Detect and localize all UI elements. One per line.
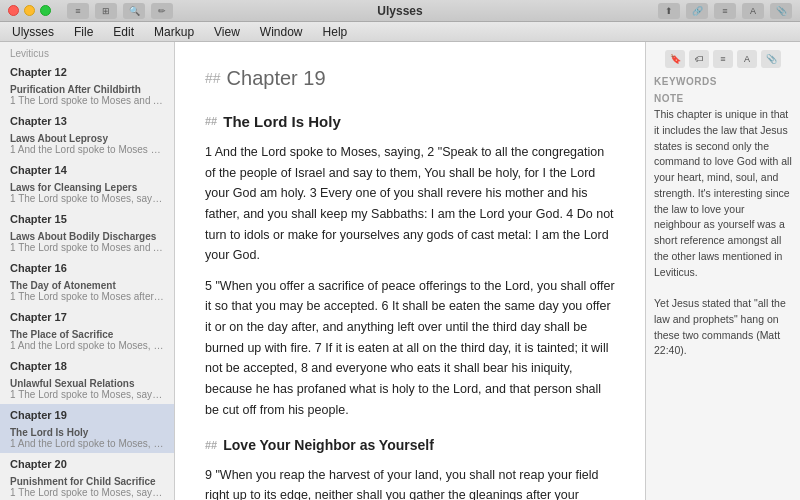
sidebar-subtitle: Laws About Leprosy [10,133,164,144]
note-text[interactable]: This chapter is unique in that it includ… [654,107,792,359]
close-button[interactable] [8,5,19,16]
search-icon[interactable]: 🔍 [123,3,145,19]
maximize-button[interactable] [40,5,51,16]
right-panel-toolbar: 🔖 🏷 ≡ A 📎 [654,50,792,68]
app-body: Leviticus Chapter 12 Purification After … [0,42,800,500]
sidebar-subtitle: Laws for Cleansing Lepers [10,182,164,193]
font-size-icon[interactable]: A [742,3,764,19]
section-heading-1: ## The Lord Is Holy [205,110,615,134]
sidebar-subtitle: The Lord Is Holy [10,427,164,438]
menu-help[interactable]: Help [319,25,352,39]
sidebar-item-place[interactable]: The Place of Sacrifice 1 And the Lord sp… [0,324,174,355]
sidebar-item-holy[interactable]: The Lord Is Holy 1 And the Lord spoke to… [0,422,174,453]
sidebar-excerpt: 1 And the Lord spoke to Moses, saying, 2… [10,438,164,449]
list-icon[interactable]: ≡ [713,50,733,68]
heading-1-icon: ## [205,113,217,131]
sidebar-subtitle: Punishment for Child Sacrifice [10,476,164,487]
menu-view[interactable]: View [210,25,244,39]
title-bar-right-tools: ⬆ 🔗 ≡ A 📎 [658,3,792,19]
sidebar-excerpt: 1 The Lord spoke to Moses and Aaron, sa.… [10,95,164,106]
sidebar-subtitle: Laws About Bodily Discharges [10,231,164,242]
bookmark-icon[interactable]: 🔖 [665,50,685,68]
sidebar-item-bodily[interactable]: Laws About Bodily Discharges 1 The Lord … [0,226,174,257]
sidebar-excerpt: 1 And the Lord spoke to Moses, saying, 2… [10,340,164,351]
sidebar-item-ch16[interactable]: Chapter 16 [0,257,174,275]
chapter-title: ## Chapter 19 [205,62,615,94]
title-bar: ≡ ⊞ 🔍 ✏ Ulysses ⬆ 🔗 ≡ A 📎 [0,0,800,22]
title-bar-tools: ≡ ⊞ 🔍 ✏ [67,3,173,19]
body-paragraph-1[interactable]: 1 And the Lord spoke to Moses, saying, 2… [205,142,615,266]
sidebar-excerpt: 1 The Lord spoke to Moses, saying, 2 "Th… [10,193,164,204]
attachment-icon[interactable]: 📎 [761,50,781,68]
export-icon[interactable]: ⬆ [658,3,680,19]
heading-2-icon: ## [205,437,217,455]
sidebar-item-ch17[interactable]: Chapter 17 [0,306,174,324]
link-icon[interactable]: 🔗 [686,3,708,19]
minimize-button[interactable] [24,5,35,16]
body-paragraph-2[interactable]: 5 "When you offer a sacrifice of peace o… [205,276,615,420]
sidebar-subtitle: The Day of Atonement [10,280,164,291]
sidebar-item-ch20[interactable]: Chapter 20 [0,453,174,471]
sidebar-item-child[interactable]: Punishment for Child Sacrifice 1 The Lor… [0,471,174,500]
sidebar-item-cleansing[interactable]: Laws for Cleansing Lepers 1 The Lord spo… [0,177,174,208]
menu-edit[interactable]: Edit [109,25,138,39]
sidebar-item-ch13[interactable]: Chapter 13 [0,110,174,128]
menu-bar: Ulysses File Edit Markup View Window Hel… [0,22,800,42]
main-content[interactable]: ## Chapter 19 ## The Lord Is Holy 1 And … [175,42,645,500]
sidebar-item-ch19[interactable]: Chapter 19 [0,404,174,422]
menu-window[interactable]: Window [256,25,307,39]
body-paragraph-3[interactable]: 9 "When you reap the harvest of your lan… [205,465,615,500]
attach-icon[interactable]: 📎 [770,3,792,19]
sidebar-item-atonement[interactable]: The Day of Atonement 1 The Lord spoke to… [0,275,174,306]
sidebar-header: Leviticus [0,42,174,61]
tag-icon[interactable]: 🏷 [689,50,709,68]
sidebar-item-ch15[interactable]: Chapter 15 [0,208,174,226]
menu-file[interactable]: File [70,25,97,39]
chapter-title-icon: ## [205,67,221,89]
sidebar-subtitle: Purification After Childbirth [10,84,164,95]
sidebar-item-ch12[interactable]: Chapter 12 [0,61,174,79]
sidebar-excerpt: 1 The Lord spoke to Moses, saying, 2 "Sa… [10,487,164,498]
sidebar-excerpt: 1 And the Lord spoke to Moses and Aaron,… [10,144,164,155]
sidebar: Leviticus Chapter 12 Purification After … [0,42,175,500]
sidebar-item-ch18[interactable]: Chapter 18 [0,355,174,373]
sidebar-excerpt: 1 The Lord spoke to Moses and Aaron, sa.… [10,242,164,253]
sidebar-item-purification[interactable]: Purification After Childbirth 1 The Lord… [0,79,174,110]
menu-ulysses[interactable]: Ulysses [8,25,58,39]
sidebar-item-sexual[interactable]: Unlawful Sexual Relations 1 The Lord spo… [0,373,174,404]
sidebar-toggle-icon[interactable]: ≡ [67,3,89,19]
keywords-label: Keywords [654,76,792,87]
more-icon[interactable]: ≡ [714,3,736,19]
edit-icon[interactable]: ✏ [151,3,173,19]
menu-markup[interactable]: Markup [150,25,198,39]
traffic-lights [8,5,51,16]
sidebar-excerpt: 1 The Lord spoke to Moses, saying, 2... [10,389,164,400]
app-title: Ulysses [377,4,422,18]
sidebar-subtitle: Unlawful Sexual Relations [10,378,164,389]
sidebar-item-ch14[interactable]: Chapter 14 [0,159,174,177]
note-label: Note [654,93,792,104]
right-panel: 🔖 🏷 ≡ A 📎 Keywords Note This chapter is … [645,42,800,500]
sidebar-item-leprosy[interactable]: Laws About Leprosy 1 And the Lord spoke … [0,128,174,159]
font-icon[interactable]: A [737,50,757,68]
sidebar-excerpt: 1 The Lord spoke to Moses after the deat… [10,291,164,302]
section-heading-2: ## Love Your Neighbor as Yourself [205,434,615,456]
sidebar-subtitle: The Place of Sacrifice [10,329,164,340]
view-toggle-icon[interactable]: ⊞ [95,3,117,19]
